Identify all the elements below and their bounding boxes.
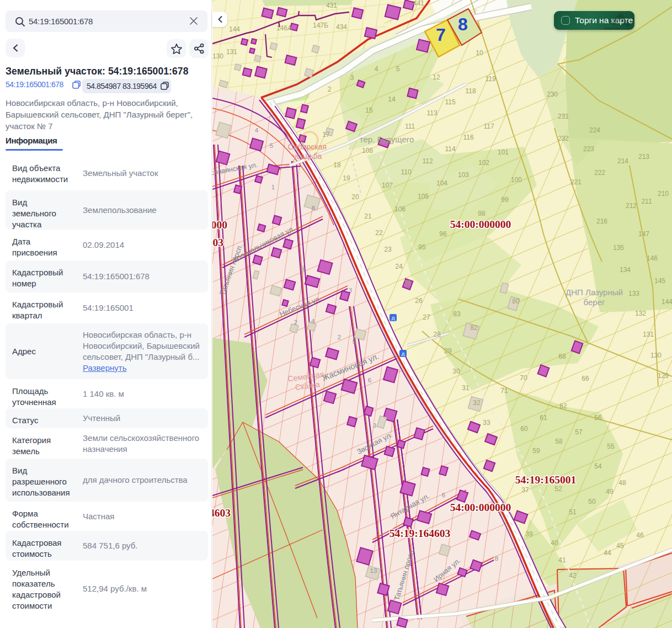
svg-text:41: 41: [558, 556, 566, 564]
svg-text:2: 2: [328, 86, 332, 93]
svg-text:30: 30: [452, 368, 460, 375]
svg-text:5: 5: [301, 265, 304, 272]
svg-text:8: 8: [495, 555, 498, 562]
svg-text:70: 70: [520, 374, 527, 382]
svg-text:2: 2: [294, 319, 297, 326]
svg-text:54:19:165001: 54:19:165001: [515, 474, 577, 486]
svg-text:23: 23: [384, 246, 392, 253]
svg-text:37: 37: [521, 486, 529, 494]
svg-text:24: 24: [395, 263, 403, 270]
svg-text:22: 22: [375, 229, 383, 237]
svg-text:82: 82: [470, 324, 478, 332]
svg-text:5: 5: [353, 338, 356, 345]
svg-text:145: 145: [654, 277, 665, 285]
svg-text:216: 216: [596, 217, 607, 225]
svg-text:13: 13: [370, 567, 377, 574]
svg-text:71: 71: [500, 387, 508, 395]
svg-text:134: 134: [620, 266, 631, 274]
svg-text:80: 80: [512, 297, 520, 305]
svg-text:214: 214: [617, 157, 628, 165]
svg-text:147: 147: [638, 230, 649, 238]
svg-text:8: 8: [458, 14, 468, 34]
svg-text:51: 51: [569, 508, 577, 516]
svg-text:133: 133: [628, 290, 639, 297]
svg-text:105: 105: [418, 193, 429, 200]
svg-text:27: 27: [423, 313, 430, 321]
svg-text:6: 6: [368, 377, 371, 384]
svg-text:135: 135: [613, 244, 624, 252]
svg-text:46: 46: [636, 531, 644, 539]
svg-text:431: 431: [326, 2, 337, 9]
svg-text:132: 132: [635, 310, 646, 317]
svg-text:25: 25: [403, 279, 411, 287]
svg-text:54:00:000000: 54:00:000000: [450, 219, 511, 230]
svg-text:68: 68: [558, 353, 566, 360]
svg-text:42: 42: [569, 572, 577, 579]
svg-text:211: 211: [641, 198, 652, 205]
svg-text:106: 106: [394, 205, 406, 213]
svg-text:146А: 146А: [276, 24, 292, 32]
svg-text:17: 17: [322, 131, 330, 139]
svg-text:54: 54: [594, 462, 602, 470]
svg-text:39: 39: [525, 530, 533, 538]
svg-text:111: 111: [405, 123, 415, 130]
svg-text:222: 222: [594, 169, 605, 177]
svg-text:130: 130: [212, 52, 223, 60]
svg-text:2: 2: [338, 334, 341, 340]
svg-text:131: 131: [226, 48, 237, 56]
svg-text:20: 20: [351, 193, 359, 201]
svg-text:28: 28: [433, 331, 441, 338]
svg-text:95: 95: [418, 243, 426, 251]
svg-text:45: 45: [616, 542, 624, 550]
svg-text:32: 32: [473, 399, 481, 407]
svg-text:26: 26: [415, 297, 423, 305]
svg-text:129: 129: [658, 372, 669, 380]
svg-text:108: 108: [362, 147, 373, 155]
svg-text:61: 61: [540, 414, 547, 422]
svg-text:115: 115: [445, 98, 455, 106]
svg-text:131: 131: [643, 331, 654, 338]
svg-text:31: 31: [462, 384, 470, 392]
svg-text:144: 144: [662, 298, 672, 306]
svg-text:213: 213: [638, 153, 649, 161]
svg-text:50: 50: [588, 498, 596, 505]
svg-text:3: 3: [373, 422, 376, 429]
svg-text:54:19:164603: 54:19:164603: [212, 237, 223, 248]
svg-text:83: 83: [453, 310, 461, 318]
svg-text:40: 40: [551, 539, 558, 547]
svg-text:52: 52: [554, 485, 562, 493]
svg-text:29: 29: [444, 347, 452, 355]
svg-text:434: 434: [336, 23, 347, 31]
svg-text:100: 100: [511, 176, 522, 184]
svg-text:116: 116: [463, 134, 473, 141]
svg-text:4: 4: [311, 318, 315, 324]
svg-text:58: 58: [555, 438, 563, 445]
svg-text:212: 212: [626, 202, 637, 210]
svg-text:118: 118: [465, 87, 476, 95]
svg-text:56: 56: [594, 414, 602, 422]
svg-text:60: 60: [520, 425, 528, 433]
svg-text:18: 18: [333, 161, 341, 169]
svg-text:441: 441: [413, 0, 424, 7]
svg-text:114: 114: [445, 145, 455, 153]
svg-text:230: 230: [547, 91, 558, 98]
svg-text:101: 101: [498, 148, 509, 156]
svg-text:33: 33: [483, 419, 490, 427]
svg-text:усадьба: усадьба: [293, 152, 322, 161]
svg-text:144: 144: [229, 25, 240, 33]
svg-text:66: 66: [582, 375, 589, 382]
svg-text:55: 55: [607, 443, 615, 450]
svg-text:54:19:164603: 54:19:164603: [390, 528, 451, 539]
svg-text:8: 8: [312, 205, 315, 211]
svg-text:113: 113: [426, 109, 437, 117]
svg-text:98: 98: [478, 210, 486, 217]
svg-text:д: д: [402, 350, 405, 356]
svg-text:д: д: [392, 315, 395, 321]
svg-text:117: 117: [483, 123, 494, 130]
svg-text:232: 232: [558, 135, 569, 142]
svg-text:10: 10: [476, 49, 483, 57]
svg-text:103: 103: [458, 171, 469, 179]
svg-text:224: 224: [589, 126, 600, 134]
svg-text:4: 4: [375, 65, 378, 73]
svg-text:57: 57: [575, 428, 583, 436]
